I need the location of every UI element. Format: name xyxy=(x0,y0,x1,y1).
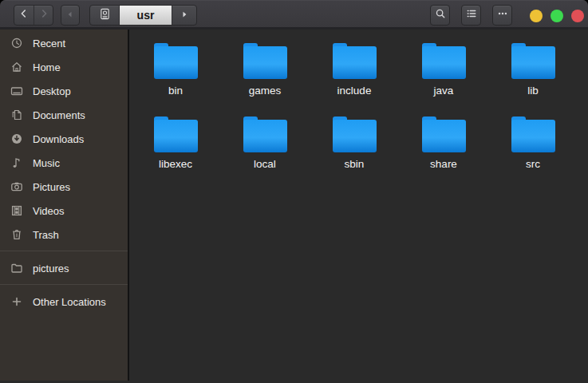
sidebar-separator xyxy=(0,284,128,285)
chevron-left-icon xyxy=(18,8,30,22)
sidebar-item-label: Trash xyxy=(33,229,59,241)
sidebar-item-label: pictures xyxy=(33,263,69,274)
sidebar-item-downloads[interactable]: Downloads xyxy=(0,127,128,151)
folder-icon xyxy=(510,116,557,153)
folder-icon xyxy=(331,43,378,80)
search-icon xyxy=(435,8,446,22)
folder-item-java[interactable]: java xyxy=(399,36,488,109)
folder-icon xyxy=(242,116,289,153)
folder-icon xyxy=(10,262,23,274)
sidebar-item-label: Downloads xyxy=(33,133,84,145)
triangle-right-icon xyxy=(180,8,189,22)
menu-button[interactable] xyxy=(492,5,512,26)
sidebar-item-label: Documents xyxy=(33,109,85,121)
sidebar-item-other-locations[interactable]: Other Locations xyxy=(0,290,128,314)
folder-label: java xyxy=(434,85,454,97)
window-close-button[interactable] xyxy=(571,10,584,22)
videos-icon xyxy=(10,204,23,217)
sidebar-item-recent[interactable]: Recent xyxy=(0,31,128,55)
sidebar-item-desktop[interactable]: Desktop xyxy=(0,79,128,103)
sidebar-item-documents[interactable]: Documents xyxy=(0,103,128,127)
sidebar-item-label: Music xyxy=(33,157,60,169)
folder-label: bin xyxy=(168,85,183,97)
folder-icon xyxy=(420,43,468,80)
sidebar-item-pictures[interactable]: pictures xyxy=(0,256,128,280)
triangle-left-icon xyxy=(65,8,75,22)
window-maximize-button[interactable] xyxy=(551,10,563,22)
current-location-label: usr xyxy=(137,9,155,22)
sidebar-places-list: RecentHomeDesktopDocumentsDownloadsMusic… xyxy=(0,31,128,247)
sidebar-item-label: Recent xyxy=(33,38,65,49)
sidebar-item-pictures[interactable]: Pictures xyxy=(0,175,128,199)
file-manager-window: usr RecentHomeDesktopDocumentsDownloadsM… xyxy=(0,0,588,383)
folder-item-bin[interactable]: bin xyxy=(131,36,220,109)
forward-button[interactable] xyxy=(34,6,53,25)
pictures-icon xyxy=(10,180,23,193)
folder-item-include[interactable]: include xyxy=(310,36,399,109)
folder-item-src[interactable]: src xyxy=(488,109,578,183)
sidebar-item-label: Home xyxy=(33,61,61,73)
folder-label: local xyxy=(254,158,276,170)
folder-icon xyxy=(510,43,557,80)
sidebar: RecentHomeDesktopDocumentsDownloadsMusic… xyxy=(0,30,129,381)
plus-icon xyxy=(10,295,23,308)
chevron-right-icon xyxy=(38,8,49,22)
folder-item-libexec[interactable]: libexec xyxy=(131,109,220,183)
documents-icon xyxy=(10,109,23,121)
sidebar-other-locations: Other Locations xyxy=(0,290,128,314)
folder-item-local[interactable]: local xyxy=(220,109,310,183)
pathbar-group: usr xyxy=(89,5,197,26)
recent-icon xyxy=(10,37,23,49)
folder-item-games[interactable]: games xyxy=(220,36,310,109)
folder-icon xyxy=(331,116,378,153)
folder-label: games xyxy=(249,85,282,97)
trash-icon xyxy=(10,228,23,241)
search-button[interactable] xyxy=(430,5,450,26)
history-nav-group xyxy=(14,5,53,26)
sidebar-separator xyxy=(0,251,128,251)
sidebar-bookmarks-list: pictures xyxy=(0,256,128,280)
sidebar-item-videos[interactable]: Videos xyxy=(0,199,128,223)
drive-location-button[interactable] xyxy=(90,6,119,25)
home-icon xyxy=(10,61,23,73)
folder-label: include xyxy=(337,85,372,97)
sidebar-item-home[interactable]: Home xyxy=(0,55,128,79)
drive-icon xyxy=(99,8,111,23)
sidebar-item-trash[interactable]: Trash xyxy=(0,223,128,247)
ellipsis-icon xyxy=(497,8,508,22)
pathbar-scroll-left-button[interactable] xyxy=(61,5,80,26)
list-view-icon xyxy=(466,8,477,22)
window-body: RecentHomeDesktopDocumentsDownloadsMusic… xyxy=(0,30,588,381)
back-button[interactable] xyxy=(14,6,34,25)
folder-label: src xyxy=(526,158,540,170)
list-view-button[interactable] xyxy=(461,5,481,26)
folder-icon xyxy=(152,116,199,153)
downloads-icon xyxy=(10,132,23,145)
sidebar-item-label: Other Locations xyxy=(33,296,106,308)
folder-icon xyxy=(242,43,289,80)
sidebar-item-music[interactable]: Music xyxy=(0,151,128,175)
folder-item-share[interactable]: share xyxy=(399,109,488,183)
folder-label: sbin xyxy=(345,158,365,170)
pathbar-scroll-right-button[interactable] xyxy=(172,6,196,25)
window-minimize-button[interactable] xyxy=(530,10,543,22)
sidebar-item-label: Desktop xyxy=(33,85,71,97)
desktop-icon xyxy=(10,85,23,97)
folder-label: lib xyxy=(527,85,539,97)
sidebar-item-label: Pictures xyxy=(33,181,70,193)
folder-item-sbin[interactable]: sbin xyxy=(310,109,399,183)
folder-label: share xyxy=(430,158,457,170)
headerbar: usr xyxy=(0,0,588,30)
sidebar-item-label: Videos xyxy=(33,205,65,217)
folder-icon xyxy=(420,116,468,153)
folder-icon xyxy=(152,43,199,80)
current-location-button[interactable]: usr xyxy=(119,6,172,25)
folder-item-lib[interactable]: lib xyxy=(488,36,578,109)
folder-label: libexec xyxy=(159,158,192,170)
music-icon xyxy=(10,156,23,169)
file-grid: bingamesincludejavaliblibexeclocalsbinsh… xyxy=(131,36,588,183)
file-view: bingamesincludejavaliblibexeclocalsbinsh… xyxy=(129,30,588,381)
